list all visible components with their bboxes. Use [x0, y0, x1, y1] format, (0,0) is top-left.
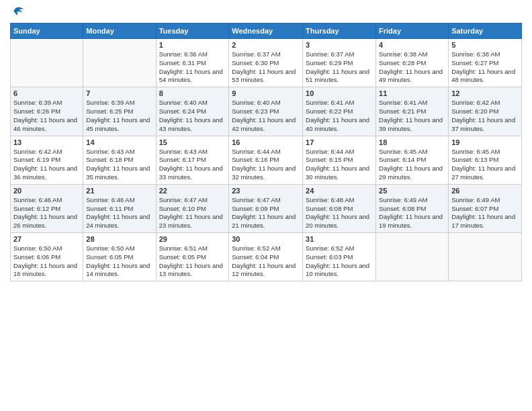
day-number: 23 — [232, 187, 300, 195]
day-number: 9 — [232, 89, 300, 97]
day-info: Sunrise: 6:50 AMSunset: 6:06 PMDaylight:… — [13, 244, 80, 279]
sunset-text: Sunset: 6:06 PM — [13, 253, 80, 262]
calendar-cell: 11Sunrise: 6:41 AMSunset: 6:21 PMDayligh… — [376, 87, 449, 136]
sunrise-text: Sunrise: 6:40 AM — [232, 99, 300, 107]
sunrise-text: Sunrise: 6:41 AM — [379, 99, 445, 107]
calendar-week-4: 20Sunrise: 6:46 AMSunset: 6:12 PMDayligh… — [11, 184, 522, 232]
weekday-header-monday: Monday — [83, 24, 156, 39]
day-info: Sunrise: 6:37 AMSunset: 6:30 PMDaylight:… — [232, 50, 300, 85]
day-info: Sunrise: 6:50 AMSunset: 6:05 PMDaylight:… — [86, 244, 152, 279]
day-number: 20 — [13, 187, 80, 195]
day-info: Sunrise: 6:46 AMSunset: 6:11 PMDaylight:… — [86, 196, 152, 230]
calendar-cell — [449, 233, 522, 281]
sunrise-text: Sunrise: 6:46 AM — [13, 196, 80, 205]
sunrise-text: Sunrise: 6:41 AM — [306, 99, 373, 107]
sunrise-text: Sunrise: 6:45 AM — [379, 148, 445, 156]
day-number: 21 — [86, 187, 152, 195]
sunrise-text: Sunrise: 6:38 AM — [379, 50, 445, 59]
calendar-cell: 7Sunrise: 6:39 AMSunset: 6:25 PMDaylight… — [83, 87, 156, 136]
weekday-header-wednesday: Wednesday — [229, 24, 303, 39]
sunrise-text: Sunrise: 6:43 AM — [86, 148, 152, 156]
sunrise-text: Sunrise: 6:50 AM — [86, 244, 152, 253]
day-number: 31 — [306, 235, 373, 243]
weekday-header-friday: Friday — [376, 24, 449, 39]
day-number: 25 — [379, 187, 445, 195]
sunrise-text: Sunrise: 6:39 AM — [13, 99, 80, 107]
calendar-cell: 15Sunrise: 6:43 AMSunset: 6:17 PMDayligh… — [156, 136, 229, 184]
day-number: 5 — [451, 41, 519, 49]
weekday-header-thursday: Thursday — [303, 24, 376, 39]
day-number: 19 — [451, 138, 519, 146]
sunrise-text: Sunrise: 6:44 AM — [306, 148, 373, 156]
daylight-text: Daylight: 11 hours and 17 minutes. — [451, 213, 519, 230]
calendar-cell: 10Sunrise: 6:41 AMSunset: 6:22 PMDayligh… — [303, 87, 376, 136]
calendar-cell: 28Sunrise: 6:50 AMSunset: 6:05 PMDayligh… — [83, 233, 156, 281]
daylight-text: Daylight: 11 hours and 33 minutes. — [159, 165, 226, 182]
calendar-cell — [83, 39, 156, 87]
sunrise-text: Sunrise: 6:42 AM — [451, 99, 519, 107]
sunset-text: Sunset: 6:17 PM — [159, 156, 226, 165]
day-info: Sunrise: 6:42 AMSunset: 6:19 PMDaylight:… — [13, 148, 80, 182]
calendar-cell: 16Sunrise: 6:44 AMSunset: 6:16 PMDayligh… — [229, 136, 303, 184]
calendar-cell — [376, 233, 449, 281]
day-info: Sunrise: 6:51 AMSunset: 6:05 PMDaylight:… — [159, 244, 226, 279]
daylight-text: Daylight: 11 hours and 36 minutes. — [13, 165, 80, 182]
day-number: 26 — [451, 187, 519, 195]
sunset-text: Sunset: 6:21 PM — [379, 107, 445, 116]
sunset-text: Sunset: 6:03 PM — [306, 253, 373, 262]
calendar-table: SundayMondayTuesdayWednesdayThursdayFrid… — [10, 23, 522, 281]
daylight-text: Daylight: 11 hours and 26 minutes. — [13, 213, 80, 230]
calendar-cell: 4Sunrise: 6:38 AMSunset: 6:28 PMDaylight… — [376, 39, 449, 87]
weekday-header-saturday: Saturday — [449, 24, 522, 39]
daylight-text: Daylight: 11 hours and 32 minutes. — [232, 165, 300, 182]
daylight-text: Daylight: 11 hours and 24 minutes. — [86, 213, 152, 230]
sunset-text: Sunset: 6:05 PM — [159, 253, 226, 262]
day-number: 13 — [13, 138, 80, 146]
sunset-text: Sunset: 6:18 PM — [86, 156, 152, 165]
daylight-text: Daylight: 11 hours and 13 minutes. — [159, 262, 226, 279]
page: SundayMondayTuesdayWednesdayThursdayFrid… — [0, 0, 532, 411]
daylight-text: Daylight: 11 hours and 19 minutes. — [379, 213, 445, 230]
sunset-text: Sunset: 6:29 PM — [306, 59, 373, 68]
day-info: Sunrise: 6:49 AMSunset: 6:07 PMDaylight:… — [451, 196, 519, 230]
day-info: Sunrise: 6:38 AMSunset: 6:28 PMDaylight:… — [379, 50, 445, 85]
sunset-text: Sunset: 6:26 PM — [13, 107, 80, 116]
calendar-cell: 27Sunrise: 6:50 AMSunset: 6:06 PMDayligh… — [11, 233, 83, 281]
sunset-text: Sunset: 6:16 PM — [232, 156, 300, 165]
calendar-cell: 17Sunrise: 6:44 AMSunset: 6:15 PMDayligh… — [303, 136, 376, 184]
daylight-text: Daylight: 11 hours and 40 minutes. — [306, 116, 373, 134]
daylight-text: Daylight: 11 hours and 45 minutes. — [86, 116, 152, 134]
calendar-cell: 25Sunrise: 6:49 AMSunset: 6:08 PMDayligh… — [376, 184, 449, 232]
sunrise-text: Sunrise: 6:37 AM — [306, 50, 373, 59]
sunset-text: Sunset: 6:25 PM — [86, 107, 152, 116]
day-info: Sunrise: 6:43 AMSunset: 6:18 PMDaylight:… — [86, 148, 152, 182]
daylight-text: Daylight: 11 hours and 29 minutes. — [379, 165, 445, 182]
day-number: 7 — [86, 89, 152, 97]
day-info: Sunrise: 6:43 AMSunset: 6:17 PMDaylight:… — [159, 148, 226, 182]
calendar-cell: 8Sunrise: 6:40 AMSunset: 6:24 PMDaylight… — [156, 87, 229, 136]
day-number: 1 — [159, 41, 226, 49]
day-info: Sunrise: 6:44 AMSunset: 6:15 PMDaylight:… — [306, 148, 373, 182]
logo — [10, 9, 25, 17]
daylight-text: Daylight: 11 hours and 53 minutes. — [232, 68, 300, 85]
day-info: Sunrise: 6:40 AMSunset: 6:24 PMDaylight:… — [159, 99, 226, 133]
sunset-text: Sunset: 6:11 PM — [86, 205, 152, 214]
day-info: Sunrise: 6:39 AMSunset: 6:25 PMDaylight:… — [86, 99, 152, 133]
sunrise-text: Sunrise: 6:43 AM — [159, 148, 226, 156]
calendar-cell: 13Sunrise: 6:42 AMSunset: 6:19 PMDayligh… — [11, 136, 83, 184]
calendar-cell: 18Sunrise: 6:45 AMSunset: 6:14 PMDayligh… — [376, 136, 449, 184]
sunset-text: Sunset: 6:14 PM — [379, 156, 445, 165]
daylight-text: Daylight: 11 hours and 37 minutes. — [451, 116, 519, 134]
daylight-text: Daylight: 11 hours and 20 minutes. — [306, 213, 373, 230]
day-info: Sunrise: 6:47 AMSunset: 6:09 PMDaylight:… — [232, 196, 300, 230]
sunset-text: Sunset: 6:23 PM — [232, 107, 300, 116]
sunrise-text: Sunrise: 6:49 AM — [451, 196, 519, 205]
day-number: 11 — [379, 89, 445, 97]
sunset-text: Sunset: 6:08 PM — [306, 205, 373, 214]
daylight-text: Daylight: 11 hours and 21 minutes. — [232, 213, 300, 230]
day-number: 3 — [306, 41, 373, 49]
sunset-text: Sunset: 6:09 PM — [232, 205, 300, 214]
daylight-text: Daylight: 11 hours and 30 minutes. — [306, 165, 373, 182]
day-number: 8 — [159, 89, 226, 97]
day-number: 12 — [451, 89, 519, 97]
